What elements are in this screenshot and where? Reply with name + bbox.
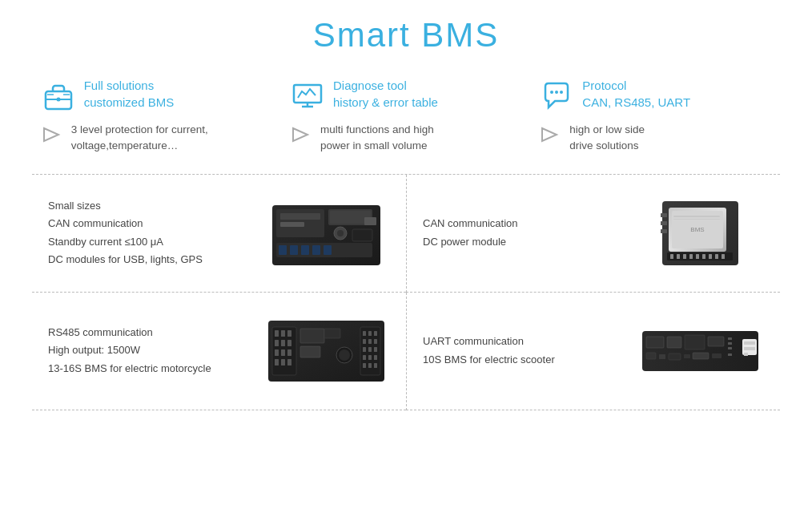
arrow-drive: high or low side drive solutions bbox=[539, 122, 771, 155]
svg-rect-63 bbox=[300, 329, 324, 343]
svg-rect-65 bbox=[324, 329, 340, 338]
svg-rect-43 bbox=[709, 254, 712, 259]
svg-rect-42 bbox=[702, 254, 705, 259]
svg-rect-61 bbox=[281, 359, 285, 365]
svg-rect-23 bbox=[301, 245, 309, 255]
svg-rect-52 bbox=[281, 330, 285, 337]
product-top-left-line4: DC modules for USB, lights, GPS bbox=[48, 251, 254, 269]
svg-rect-97 bbox=[693, 353, 709, 359]
svg-rect-35 bbox=[673, 219, 720, 220]
product-bottom-left: RS485 communication High output: 1500W 1… bbox=[32, 293, 406, 410]
svg-rect-96 bbox=[684, 354, 690, 358]
feature-full-solutions-text: Full solutions customized BMS bbox=[84, 77, 175, 111]
arrows-row: 3 level protection for current, voltage,… bbox=[32, 122, 780, 155]
product-bottom-left-line1: RS485 communication bbox=[48, 324, 254, 341]
svg-marker-11 bbox=[44, 128, 58, 141]
svg-rect-39 bbox=[683, 254, 686, 259]
svg-point-2 bbox=[56, 98, 60, 102]
svg-rect-47 bbox=[661, 221, 667, 225]
svg-rect-74 bbox=[374, 339, 377, 344]
product-top-right-line1: CAN communication bbox=[423, 215, 628, 232]
arrow-functions-text: multi functions and high power in small … bbox=[320, 122, 434, 155]
svg-rect-89 bbox=[646, 337, 664, 348]
svg-rect-21 bbox=[279, 245, 287, 255]
svg-rect-69 bbox=[363, 331, 366, 336]
svg-rect-34 bbox=[673, 216, 720, 217]
feature-diagnose-text: Diagnose tool history & error table bbox=[333, 77, 438, 111]
svg-rect-70 bbox=[368, 331, 372, 336]
product-top-left-line2: CAN communication bbox=[48, 215, 254, 232]
svg-rect-41 bbox=[696, 254, 699, 259]
svg-rect-46 bbox=[661, 213, 667, 217]
product-top-left: Small sizes CAN communication Standby cu… bbox=[32, 175, 406, 293]
arrow-right-icon-2 bbox=[290, 123, 312, 146]
svg-text:BMS: BMS bbox=[690, 226, 704, 233]
svg-rect-93 bbox=[646, 353, 656, 359]
feature-protocol-text: Protocol CAN, RS485, UART bbox=[582, 77, 690, 111]
svg-rect-57 bbox=[275, 349, 279, 356]
svg-rect-44 bbox=[715, 254, 718, 259]
chat-icon bbox=[539, 79, 574, 114]
arrow-right-icon-3 bbox=[539, 123, 561, 146]
svg-rect-56 bbox=[287, 340, 291, 346]
product-top-right-line2: DC power module bbox=[423, 233, 628, 251]
products-grid: Small sizes CAN communication Standby cu… bbox=[32, 174, 780, 410]
monitor-icon bbox=[290, 79, 325, 114]
svg-rect-98 bbox=[712, 353, 722, 358]
svg-rect-64 bbox=[300, 346, 320, 357]
svg-point-10 bbox=[560, 91, 563, 94]
svg-rect-92 bbox=[708, 337, 724, 346]
svg-rect-45 bbox=[722, 254, 725, 259]
svg-rect-29 bbox=[364, 217, 376, 225]
svg-rect-78 bbox=[363, 355, 366, 360]
arrow-protection: 3 level protection for current, voltage,… bbox=[41, 122, 273, 155]
product-bottom-left-info: RS485 communication High output: 1500W 1… bbox=[48, 324, 254, 377]
product-bottom-right-line2: 10S BMS for electric scooter bbox=[423, 351, 628, 369]
svg-rect-22 bbox=[290, 245, 298, 255]
product-bottom-left-line2: High output: 1500W bbox=[48, 341, 254, 359]
svg-rect-88 bbox=[744, 353, 748, 356]
svg-rect-25 bbox=[324, 245, 332, 255]
product-top-left-line3: Standby current ≤100 μA bbox=[48, 233, 254, 251]
arrow-drive-text: high or low side drive solutions bbox=[569, 122, 645, 155]
svg-point-9 bbox=[555, 91, 558, 94]
svg-rect-40 bbox=[689, 254, 693, 259]
product-top-right-info: CAN communication DC power module bbox=[423, 215, 628, 250]
svg-rect-55 bbox=[281, 340, 285, 346]
arrow-functions: multi functions and high power in small … bbox=[290, 122, 522, 155]
svg-rect-60 bbox=[275, 359, 279, 365]
svg-rect-53 bbox=[287, 330, 291, 337]
svg-rect-81 bbox=[363, 363, 366, 368]
svg-point-67 bbox=[339, 349, 350, 361]
svg-rect-51 bbox=[275, 330, 279, 337]
svg-rect-90 bbox=[667, 337, 681, 348]
product-bottom-right-image bbox=[636, 307, 764, 395]
product-bottom-left-image bbox=[262, 307, 390, 395]
page-title: Smart BMS bbox=[32, 16, 780, 55]
svg-rect-5 bbox=[294, 85, 321, 103]
product-top-left-info: Small sizes CAN communication Standby cu… bbox=[48, 197, 254, 268]
svg-rect-54 bbox=[275, 340, 279, 346]
svg-rect-71 bbox=[374, 331, 377, 336]
page: Smart BMS Full solutions customized BMS bbox=[0, 0, 812, 525]
svg-rect-80 bbox=[374, 355, 377, 360]
svg-rect-58 bbox=[281, 349, 285, 356]
svg-rect-100 bbox=[728, 342, 732, 345]
svg-rect-75 bbox=[363, 347, 366, 352]
product-bottom-right-line1: UART communication bbox=[423, 333, 628, 350]
svg-rect-83 bbox=[374, 363, 377, 368]
svg-marker-13 bbox=[542, 128, 557, 141]
svg-rect-37 bbox=[670, 254, 673, 259]
svg-marker-12 bbox=[293, 128, 308, 141]
product-top-right-image: BMS bbox=[636, 189, 764, 277]
svg-rect-28 bbox=[352, 229, 372, 241]
svg-rect-59 bbox=[287, 349, 291, 356]
svg-rect-72 bbox=[363, 339, 366, 344]
arrow-right-icon-1 bbox=[41, 123, 63, 146]
svg-rect-94 bbox=[659, 354, 665, 359]
product-top-right: CAN communication DC power module bbox=[406, 175, 780, 293]
svg-rect-101 bbox=[728, 347, 732, 349]
svg-rect-102 bbox=[728, 353, 732, 356]
svg-rect-24 bbox=[312, 245, 320, 255]
svg-rect-91 bbox=[685, 335, 705, 349]
